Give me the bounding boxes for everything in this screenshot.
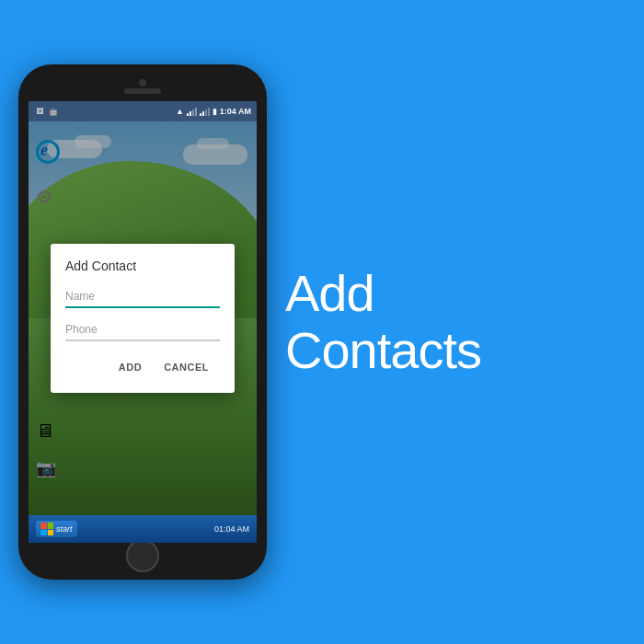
cancel-button[interactable]: CANCEL bbox=[153, 356, 220, 378]
phone-screen: 🖼 🤖 ▲ bbox=[29, 101, 257, 543]
windows-flag-icon bbox=[40, 523, 53, 535]
status-left-icons: 🖼 🤖 bbox=[34, 106, 59, 117]
heading-area: Add Contacts bbox=[267, 265, 616, 378]
battery-icon: ▮ bbox=[213, 107, 217, 116]
phone-bottom-bezel bbox=[126, 543, 159, 569]
status-time: 1:04 AM bbox=[220, 107, 251, 116]
taskbar: start 01:04 AM bbox=[29, 515, 257, 543]
image-notification-icon: 🖼 bbox=[34, 106, 45, 117]
dialog-buttons: ADD CANCEL bbox=[65, 356, 220, 378]
dialog-overlay: Add Contact ADD CANCEL bbox=[29, 121, 257, 515]
phone-top-bezel bbox=[28, 75, 258, 101]
name-input[interactable] bbox=[65, 286, 220, 308]
phone-field-container bbox=[65, 319, 220, 341]
dialog-title: Add Contact bbox=[65, 259, 220, 273]
page-wrapper: 🖼 🤖 ▲ bbox=[0, 0, 644, 644]
start-button[interactable]: start bbox=[36, 521, 77, 537]
add-button[interactable]: ADD bbox=[108, 356, 153, 378]
android-notification-icon: 🤖 bbox=[48, 106, 59, 117]
flag-q4 bbox=[48, 530, 54, 536]
phone-input[interactable] bbox=[65, 319, 220, 341]
add-contact-dialog: Add Contact ADD CANCEL bbox=[51, 244, 235, 393]
speaker-hardware bbox=[124, 88, 161, 94]
name-field-container bbox=[65, 286, 220, 308]
heading-line2: Contacts bbox=[285, 322, 616, 379]
flag-q3 bbox=[40, 530, 47, 536]
signal-bars-icon bbox=[187, 107, 197, 116]
taskbar-time: 01:04 AM bbox=[214, 524, 249, 534]
wifi-icon: ▲ bbox=[176, 107, 184, 116]
camera-hardware bbox=[139, 79, 146, 86]
status-right-icons: ▲ ▮ bbox=[176, 107, 251, 116]
heading-line1: Add bbox=[285, 265, 616, 322]
home-button[interactable] bbox=[126, 539, 159, 572]
flag-q2 bbox=[48, 523, 54, 529]
phone-device: 🖼 🤖 ▲ bbox=[18, 64, 267, 580]
signal-bars2-icon bbox=[200, 107, 210, 116]
start-label: start bbox=[56, 524, 73, 534]
status-bar: 🖼 🤖 ▲ bbox=[29, 101, 257, 121]
flag-q1 bbox=[40, 523, 47, 529]
